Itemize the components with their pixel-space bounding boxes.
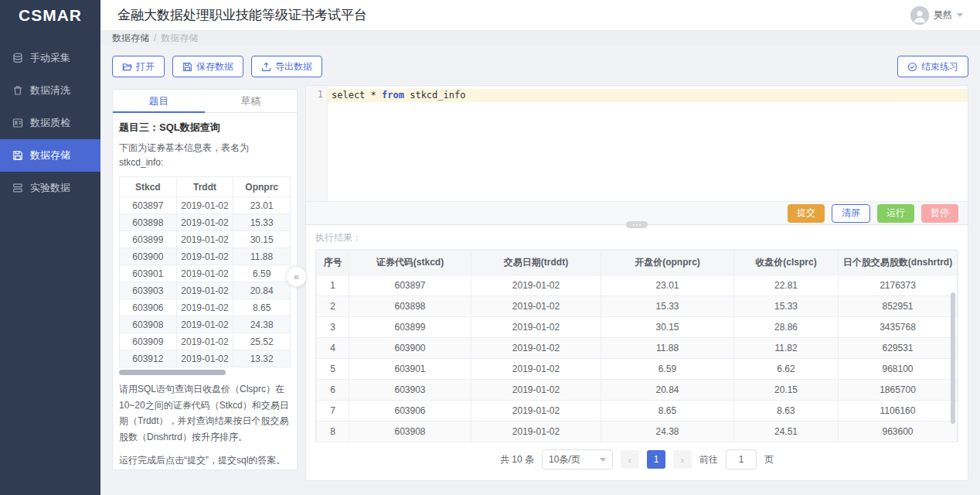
- app-header: CSMAR 金融大数据处理职业技能等级证书考试平台 昊然: [0, 0, 980, 31]
- column-header: Opnprc: [233, 177, 291, 197]
- question-title: 题目三：SQL数据查询: [119, 121, 291, 135]
- avatar[interactable]: [910, 6, 929, 25]
- save-icon: [182, 62, 192, 72]
- table-cell: 6.59: [601, 359, 734, 380]
- pagination-total: 共 10 条: [500, 453, 534, 466]
- table-cell: 603899: [120, 231, 177, 248]
- table-cell: 13.32: [233, 350, 291, 367]
- table-cell: 2019-01-02: [471, 317, 601, 338]
- table-cell: 603901: [120, 265, 177, 282]
- editor-code-area[interactable]: select * from stkcd_info: [328, 86, 968, 201]
- table-cell: 2019-01-02: [176, 333, 233, 350]
- csmar-logo: CSMAR: [0, 0, 100, 31]
- table-cell: 2019-01-02: [176, 231, 233, 248]
- prev-page-button[interactable]: ‹: [621, 450, 639, 469]
- table-cell: 603897: [349, 275, 471, 296]
- sidebar-item-data-quality[interactable]: 数据质检: [0, 107, 100, 139]
- user-icon: [910, 6, 929, 25]
- column-header: 交易日期(trddt): [471, 251, 601, 275]
- table-cell: 1: [317, 275, 349, 296]
- results-table: 序号 证券代码(stkcd) 交易日期(trddt) 开盘价(opnprc) 收…: [316, 250, 958, 442]
- table-cell: 2019-01-02: [471, 401, 601, 422]
- submit-button[interactable]: 提交: [788, 204, 825, 223]
- column-header: Stkcd: [120, 177, 177, 197]
- breadcrumb-separator: /: [154, 32, 156, 43]
- page-size-value: 10条/页: [549, 453, 580, 466]
- table-cell: 1106160: [839, 401, 958, 422]
- vertical-scrollbar[interactable]: [951, 292, 955, 424]
- column-header: 收盘价(clsprc): [734, 251, 839, 275]
- page-size-select[interactable]: 10条/页: [542, 449, 613, 469]
- clear-screen-button[interactable]: 清屏: [832, 204, 870, 223]
- table-cell: 968100: [839, 359, 958, 380]
- table-cell: 603901: [349, 359, 471, 380]
- export-data-button-label: 导出数据: [275, 60, 312, 73]
- table-cell: 603906: [349, 401, 471, 422]
- goto-page-input[interactable]: [726, 449, 757, 469]
- run-button[interactable]: 运行: [877, 204, 914, 223]
- table-cell: 3: [317, 317, 349, 338]
- table-cell: 8: [317, 422, 349, 442]
- breadcrumb-level1[interactable]: 数据存储: [112, 32, 149, 45]
- sidebar-item-label: 数据质检: [30, 116, 70, 130]
- export-data-button[interactable]: 导出数据: [251, 56, 322, 77]
- sidebar-item-data-cleaning[interactable]: 数据清洗: [0, 74, 100, 107]
- current-page-button[interactable]: 1: [647, 450, 665, 469]
- chevron-down-icon: [957, 13, 963, 17]
- table-cell: 2019-01-02: [176, 316, 233, 333]
- table-row: 56039012019-01-026.596.62968100: [317, 359, 958, 380]
- table-cell: 20.84: [601, 380, 734, 401]
- pause-button[interactable]: 暂停: [921, 204, 958, 223]
- table-cell: 30.15: [601, 317, 734, 338]
- table-cell: 6.62: [734, 359, 839, 380]
- table-row: 6038992019-01-0230.15: [120, 231, 291, 248]
- question-table: Stkcd Trddt Opnprc 6038972019-01-0223.01…: [119, 176, 291, 367]
- table-cell: 2019-01-02: [176, 350, 233, 367]
- breadcrumb: 数据存储 / 数据存储: [100, 31, 980, 45]
- user-name: 昊然: [934, 9, 952, 22]
- user-menu[interactable]: 昊然: [910, 6, 963, 25]
- sidebar-item-label: 实验数据: [30, 181, 70, 195]
- table-cell: 603900: [349, 338, 471, 359]
- code-line[interactable]: select * from stkcd_info: [328, 89, 968, 102]
- table-row: 6039122019-01-0213.32: [120, 350, 291, 367]
- results-table-wrap: 序号 证券代码(stkcd) 交易日期(trddt) 开盘价(opnprc) 收…: [315, 249, 958, 442]
- table-cell: 603898: [349, 296, 471, 317]
- sql-editor[interactable]: 1 select * from stkcd_info: [306, 86, 968, 202]
- sql-operator: *: [365, 90, 382, 101]
- splitter-drag-handle[interactable]: [626, 221, 648, 228]
- table-cell: 8.65: [601, 401, 734, 422]
- table-cell: 11.88: [233, 248, 291, 265]
- tab-draft[interactable]: 草稿: [205, 90, 297, 112]
- table-row: 6039012019-01-026.59: [120, 265, 291, 282]
- table-cell: 2019-01-02: [176, 214, 233, 231]
- table-row: 6038982019-01-0215.33: [120, 214, 291, 231]
- sidebar-item-experiment-data[interactable]: 实验数据: [0, 172, 100, 204]
- sidebar-item-label: 数据存储: [30, 148, 70, 162]
- finish-practice-button[interactable]: 结束练习: [897, 56, 968, 77]
- sql-identifier: stkcd_info: [404, 90, 465, 101]
- collapse-icon: «: [294, 271, 299, 282]
- table-cell: 20.84: [233, 282, 291, 299]
- save-data-button[interactable]: 保存数据: [172, 56, 243, 77]
- sidebar-item-data-storage[interactable]: 数据存储: [0, 139, 100, 172]
- next-page-button[interactable]: ›: [673, 450, 692, 469]
- table-row: 16038972019-01-0223.0122.812176373: [317, 275, 958, 296]
- question-instruction-1: 请用SQL语句查询日收盘价（Clsprc）在10~20之间的证券代码（Stkcd…: [119, 381, 291, 445]
- question-intro: 下面为证券基本信息表，表名为stkcd_info:: [119, 141, 291, 170]
- table-cell: 2019-01-02: [176, 299, 233, 316]
- open-button[interactable]: 打开: [112, 56, 165, 77]
- table-cell: 25.52: [233, 333, 291, 350]
- open-button-label: 打开: [136, 60, 155, 73]
- table-cell: 15.33: [233, 214, 291, 231]
- horizontal-scrollbar[interactable]: [119, 370, 291, 375]
- table-cell: 603903: [349, 380, 471, 401]
- sidebar-item-manual-collection[interactable]: 手动采集: [0, 42, 100, 74]
- collapse-panel-button[interactable]: «: [286, 266, 307, 287]
- table-cell: 8.65: [233, 299, 291, 316]
- table-cell: 3435768: [839, 317, 958, 338]
- table-row: 6039082019-01-0224.38: [120, 316, 291, 333]
- scrollbar-thumb[interactable]: [119, 370, 226, 375]
- tab-question[interactable]: 题目: [113, 90, 205, 112]
- table-row: 46039002019-01-0211.8811.82629531: [317, 338, 958, 359]
